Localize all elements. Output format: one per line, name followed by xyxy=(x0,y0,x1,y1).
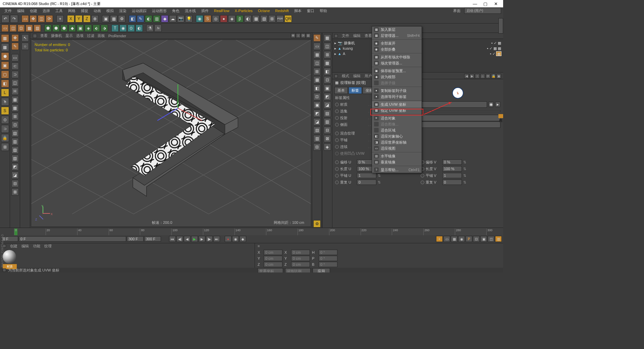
tl-end-field[interactable]: 300 F xyxy=(127,236,144,242)
rp-10-icon[interactable]: ◩ xyxy=(313,110,321,117)
t2-1-icon[interactable]: ▭ xyxy=(1,24,9,32)
tl-b8-icon[interactable]: ◫ xyxy=(488,236,494,242)
mat-edit[interactable]: 编辑 xyxy=(21,244,29,249)
tl-end2-field[interactable]: 300 F xyxy=(144,236,161,242)
ctx-item[interactable]: ▭适应视图 xyxy=(372,145,422,151)
menu-char[interactable]: 角色 xyxy=(170,8,182,14)
pos-x[interactable]: 0 cm xyxy=(264,250,282,255)
attr-nav-fwd-icon[interactable]: ▶ xyxy=(470,74,474,79)
rp-11-icon[interactable]: ◪ xyxy=(313,118,321,126)
side-tab-attr[interactable]: 属性 xyxy=(498,114,503,118)
coord-scale-dropdown[interactable]: 缩放比例 xyxy=(285,268,311,272)
menu-mograph[interactable]: 运动图形 xyxy=(150,8,169,14)
offset-v-field[interactable]: 0 % xyxy=(442,159,462,165)
t2-fx-icon[interactable]: .fx xyxy=(154,24,162,32)
menu-redshift[interactable]: Redshift xyxy=(273,8,291,13)
rad-cont[interactable] xyxy=(335,145,339,149)
ctx-item[interactable]: ▦场次管理器... xyxy=(372,60,422,66)
rp-9-icon[interactable]: ▣ xyxy=(313,101,321,109)
rad-lenu[interactable] xyxy=(335,167,339,171)
lp2-t16-icon[interactable]: ⊟ xyxy=(11,180,19,187)
menu-realflow[interactable]: RealFlow xyxy=(212,8,232,13)
lp-magnet-icon[interactable]: ⊃ xyxy=(1,125,9,133)
lp2-brush-icon[interactable]: ✎ xyxy=(11,43,19,50)
tile-u-field[interactable]: 1 xyxy=(357,173,376,178)
menu-pipe[interactable]: 流水线 xyxy=(182,8,198,14)
rp-3-icon[interactable]: ▦ xyxy=(313,51,321,58)
attr-edit[interactable]: 编辑 xyxy=(353,73,361,79)
mat-tex[interactable]: 纹理 xyxy=(44,244,52,249)
select-tool-icon[interactable]: ▭ xyxy=(21,15,29,22)
lp2-move-icon[interactable]: ✥ xyxy=(11,34,19,42)
qr-icon[interactable]: QR xyxy=(284,15,292,22)
rp2-14-icon[interactable]: ◈ xyxy=(324,143,331,151)
light-icon[interactable]: 💡 xyxy=(185,15,193,22)
menu-mesh[interactable]: 网格 xyxy=(66,8,78,14)
tl-rec-icon[interactable]: ● xyxy=(225,236,231,242)
rad-projection[interactable] xyxy=(335,116,339,120)
t2-2-icon[interactable]: ◫ xyxy=(9,24,17,32)
length-v-field[interactable]: 100 % xyxy=(442,166,462,171)
coord-grip-icon[interactable]: ≡ xyxy=(258,244,260,248)
menu-octane[interactable]: Octane xyxy=(256,8,272,13)
attr-nav-new-icon[interactable]: ▣ xyxy=(496,74,501,79)
material-arrow-icon[interactable]: ▸ xyxy=(495,102,500,107)
ctx-item[interactable]: ◧适应对象轴心 xyxy=(372,133,422,139)
menu-edit[interactable]: 编辑 xyxy=(15,8,27,14)
lp2-t11-icon[interactable]: ▥ xyxy=(11,138,19,145)
rp2-10-icon[interactable]: ▤ xyxy=(324,110,331,117)
tl-b3-icon[interactable]: ▦ xyxy=(451,236,458,242)
axis-y-icon[interactable]: Y xyxy=(75,15,83,22)
ctx-item[interactable]: ✕适合对象 xyxy=(372,115,422,121)
menu-render[interactable]: 渲染 xyxy=(117,8,129,14)
tl-play-icon[interactable]: ▶ xyxy=(191,236,198,242)
lp2-t5-icon[interactable]: H xyxy=(11,88,19,95)
lp-lock-icon[interactable]: 🔒 xyxy=(1,134,9,142)
ctx-item[interactable]: ◉全部折叠 xyxy=(372,46,422,52)
tl-b2-icon[interactable]: ▭ xyxy=(443,236,450,242)
lp-hex-icon[interactable]: ⬢ xyxy=(1,52,9,60)
vp-tab-display[interactable]: 显示 xyxy=(65,33,73,38)
rp2-5-icon[interactable]: ◧ xyxy=(324,68,331,75)
ctx-item[interactable]: ▦加入新层 xyxy=(372,27,422,33)
menu-plugin[interactable]: 插件 xyxy=(199,8,211,14)
viewport-3d[interactable]: Number of emitters: 0 Total live particl… xyxy=(31,40,311,227)
t2-11-icon[interactable]: ◈ xyxy=(85,24,92,32)
lp2-t3-icon[interactable]: ⊃ xyxy=(11,71,19,78)
rotate-tool-icon[interactable]: ⟳ xyxy=(46,15,53,22)
vp-tab-panel[interactable]: 面板 xyxy=(98,33,105,38)
ctx-item[interactable]: ●选择等同子标签 xyxy=(372,94,422,100)
layout-dropdown[interactable]: 启动 (用户) xyxy=(464,8,501,14)
plugin9-icon[interactable]: ▧ xyxy=(260,15,268,22)
t2-6-icon[interactable]: ⬟ xyxy=(44,24,52,32)
tl-prevkey-icon[interactable]: ◀| xyxy=(176,236,183,242)
scale-tool-icon[interactable]: ◫ xyxy=(38,15,45,22)
repeat-u-field[interactable]: 0 xyxy=(357,180,376,185)
lp-rot-icon[interactable]: ⊙ xyxy=(1,116,9,124)
menu-select[interactable]: 选择 xyxy=(40,8,52,14)
lp-grid-icon[interactable]: ⊞ xyxy=(1,143,9,151)
rad-selection[interactable] xyxy=(335,109,339,113)
rp2-7-icon[interactable]: ▣ xyxy=(324,85,331,92)
t2-4-icon[interactable]: ▦ xyxy=(25,24,33,32)
render-view-icon[interactable]: ▣ xyxy=(102,15,109,22)
rp-13-icon[interactable]: ▥ xyxy=(313,135,321,142)
rp-14-icon[interactable]: ⊟ xyxy=(313,143,321,151)
menu-xparticles[interactable]: X-Particles xyxy=(232,8,255,13)
lp2-t9-icon[interactable]: ⊡ xyxy=(11,121,19,129)
t2-7-icon[interactable]: ⬢ xyxy=(52,24,60,32)
plugin5-icon[interactable]: ◈ xyxy=(228,15,235,22)
rp2-4-icon[interactable]: ▩ xyxy=(324,59,331,67)
lp-checker-icon[interactable]: ▩ xyxy=(1,43,9,51)
lp2-t1-icon[interactable]: ▭ xyxy=(11,54,19,61)
ctx-item[interactable]: ▦从所有场次中移除 xyxy=(372,54,422,60)
lp-cube-icon[interactable]: ▦ xyxy=(1,34,9,42)
ctx-item[interactable]: ▣保存标签预置... xyxy=(372,68,422,74)
siz-x[interactable]: 0 cm xyxy=(291,250,310,255)
ctx-item[interactable]: ▦层管理器...Shift+F4 xyxy=(372,33,422,39)
tl-b7-icon[interactable]: ▣ xyxy=(480,236,487,242)
pos-y[interactable]: 0 cm xyxy=(264,256,282,261)
rot-h[interactable]: 0 ° xyxy=(319,250,337,255)
mat-create[interactable]: 创建 xyxy=(10,244,17,249)
rad-tile[interactable] xyxy=(335,138,339,142)
